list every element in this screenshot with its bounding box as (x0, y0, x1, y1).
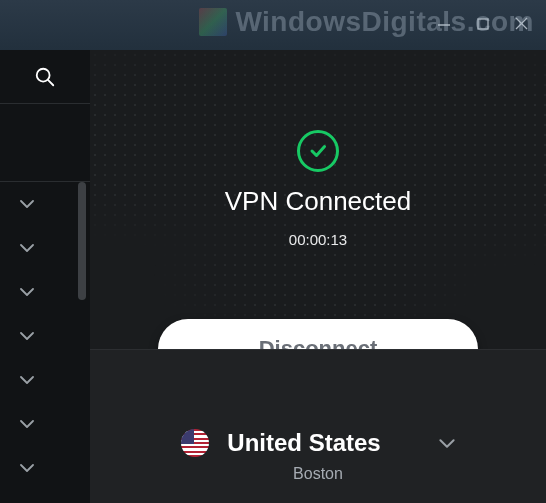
sidebar-list (0, 182, 90, 503)
connection-status: VPN Connected 00:00:13 (90, 130, 546, 248)
world-map: VPN Connected 00:00:13 Disconnect (90, 50, 546, 350)
content-panel: VPN Connected 00:00:13 Disconnect United… (90, 50, 546, 503)
location-city: Boston (293, 465, 343, 483)
disconnect-label: Disconnect (259, 336, 378, 350)
main-area: VPN Connected 00:00:13 Disconnect United… (0, 50, 546, 503)
sidebar-item[interactable] (0, 226, 90, 270)
search-icon (34, 66, 56, 88)
sidebar-item[interactable] (0, 402, 90, 446)
close-button[interactable] (515, 16, 528, 34)
svg-rect-1 (478, 19, 488, 29)
location-country: United States (227, 429, 380, 457)
search-button[interactable] (0, 50, 90, 104)
connection-timer: 00:00:13 (289, 231, 347, 248)
location-area: United States Boston (90, 350, 546, 503)
chevron-down-icon (20, 331, 34, 341)
chevron-down-icon (439, 438, 455, 449)
chevron-down-icon (20, 463, 34, 473)
chevron-down-icon (20, 199, 34, 209)
us-flag-icon (181, 429, 209, 457)
connected-check-icon (297, 130, 339, 172)
maximize-button[interactable] (477, 16, 489, 34)
chevron-down-icon (20, 419, 34, 429)
status-title: VPN Connected (225, 186, 411, 217)
sidebar-item[interactable] (0, 314, 90, 358)
sidebar-item[interactable] (0, 446, 90, 490)
sidebar-item[interactable] (0, 270, 90, 314)
chevron-down-icon (20, 243, 34, 253)
sidebar-header-row (0, 104, 90, 182)
chevron-down-icon (20, 375, 34, 385)
window-titlebar (0, 0, 546, 50)
sidebar-item[interactable] (0, 182, 90, 226)
sidebar-scrollbar[interactable] (78, 182, 86, 300)
sidebar-item[interactable] (0, 358, 90, 402)
minimize-button[interactable] (437, 16, 451, 34)
chevron-down-icon (20, 287, 34, 297)
location-selector[interactable]: United States (181, 429, 454, 457)
svg-line-5 (48, 80, 53, 85)
sidebar (0, 50, 90, 503)
disconnect-button[interactable]: Disconnect (158, 319, 478, 350)
